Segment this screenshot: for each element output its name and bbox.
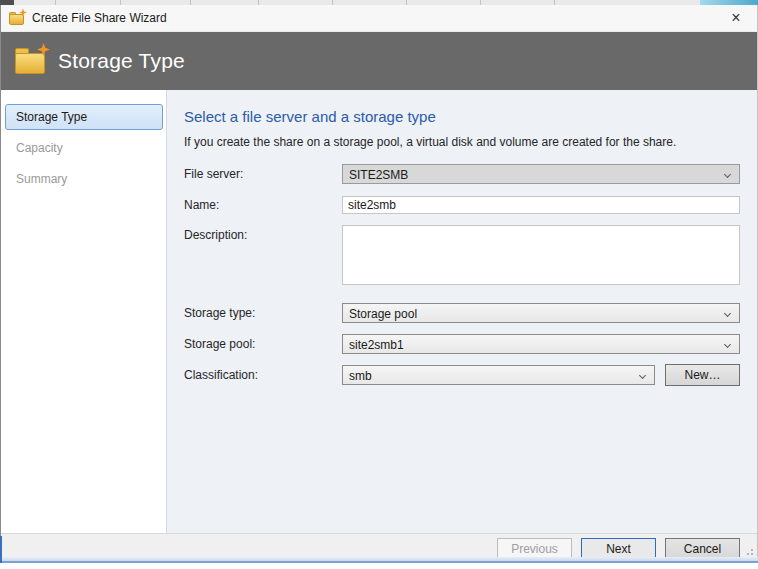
sidebar-item-label: Summary — [16, 172, 67, 186]
wizard-folder-icon — [9, 12, 24, 25]
sidebar-item-summary[interactable]: Summary — [5, 166, 163, 192]
file-server-dropdown[interactable]: SITE2SMB — [342, 164, 740, 184]
title-bar: Create File Share Wizard × — [1, 5, 757, 32]
description-row: Description: — [184, 225, 740, 289]
sidebar-item-label: Capacity — [16, 141, 63, 155]
sidebar-item-storage-type[interactable]: Storage Type — [5, 104, 163, 130]
storage-type-label: Storage type: — [184, 303, 342, 320]
new-classification-button[interactable]: New… — [665, 364, 740, 386]
storage-type-row: Storage type: Storage pool — [184, 303, 740, 323]
close-icon[interactable]: × — [715, 5, 757, 32]
classification-dropdown[interactable]: smb — [342, 365, 655, 385]
chevron-down-icon — [724, 172, 731, 177]
storage-pool-label: Storage pool: — [184, 334, 342, 351]
chevron-down-icon — [724, 311, 731, 316]
wizard-content: Select a file server and a storage type … — [167, 90, 757, 533]
window-left-edge-highlight — [0, 536, 2, 563]
page-title: Storage Type — [58, 49, 185, 73]
screen: Create File Share Wizard × Storage Type … — [0, 0, 758, 569]
wizard-steps-sidebar: Storage Type Capacity Summary — [1, 90, 167, 533]
classification-value: smb — [349, 369, 372, 383]
wizard-folder-icon-large — [15, 48, 45, 74]
storage-pool-row: Storage pool: site2smb1 — [184, 334, 740, 354]
chevron-down-icon — [639, 373, 646, 378]
storage-type-value: Storage pool — [349, 307, 417, 321]
file-server-value: SITE2SMB — [349, 168, 408, 182]
classification-label: Classification: — [184, 365, 342, 382]
description-textarea[interactable] — [342, 225, 740, 285]
next-button[interactable]: Next — [581, 538, 656, 559]
description-label: Description: — [184, 225, 342, 242]
name-label: Name: — [184, 195, 342, 212]
window-title: Create File Share Wizard — [32, 11, 167, 25]
previous-button: Previous — [497, 538, 572, 559]
content-heading: Select a file server and a storage type — [184, 108, 740, 125]
sidebar-item-capacity[interactable]: Capacity — [5, 135, 163, 161]
classification-row: Classification: smb New… — [184, 365, 740, 386]
name-row: Name: — [184, 195, 740, 214]
cancel-button[interactable]: Cancel — [665, 538, 740, 559]
page-header-band: Storage Type — [1, 32, 757, 90]
name-input[interactable] — [342, 196, 740, 214]
storage-pool-value: site2smb1 — [349, 338, 404, 352]
wizard-body: Storage Type Capacity Summary Select a f… — [1, 90, 757, 533]
storage-type-dropdown[interactable]: Storage pool — [342, 303, 740, 323]
content-intro: If you create the share on a storage poo… — [184, 135, 740, 149]
chevron-down-icon — [724, 342, 731, 347]
wizard-window: Create File Share Wizard × Storage Type … — [0, 5, 758, 563]
file-server-row: File server: SITE2SMB — [184, 164, 740, 184]
storage-pool-dropdown[interactable]: site2smb1 — [342, 334, 740, 354]
file-server-label: File server: — [184, 164, 342, 181]
sidebar-item-label: Storage Type — [16, 110, 87, 124]
window-bottom-edge — [1, 557, 758, 563]
